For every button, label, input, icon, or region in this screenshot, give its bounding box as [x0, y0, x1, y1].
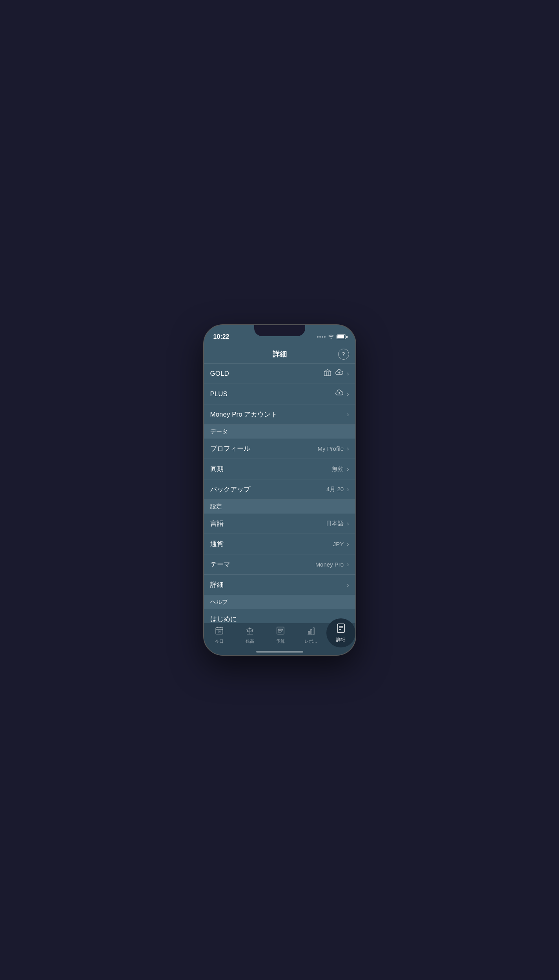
list-item-gold[interactable]: GOLD › — [204, 364, 355, 384]
wifi-icon — [328, 334, 334, 340]
balance-icon — [246, 626, 254, 637]
language-right: 日本語 › — [326, 520, 349, 527]
report-icon — [307, 626, 315, 637]
tab-budget-label: 予算 — [276, 638, 285, 644]
account-right: › — [347, 411, 349, 418]
svg-rect-13 — [308, 631, 310, 634]
status-icons — [317, 334, 346, 340]
budget-icon — [276, 626, 285, 637]
svg-rect-16 — [337, 624, 344, 633]
tab-report-label: レポ… — [304, 638, 317, 644]
theme-chevron: › — [347, 561, 349, 568]
language-chevron: › — [347, 520, 349, 527]
currency-label: 通貨 — [210, 539, 224, 549]
bank-icon — [323, 369, 332, 378]
tab-today-label: 今日 — [215, 638, 224, 644]
status-time: 10:22 — [213, 333, 229, 340]
tab-detail-active[interactable]: 詳細 — [326, 618, 355, 647]
backup-chevron: › — [347, 486, 349, 493]
list-item-backup[interactable]: バックアップ 4月 20 › — [204, 479, 355, 500]
list-item-currency[interactable]: 通貨 JPY › — [204, 534, 355, 554]
detail-settings-label: 詳細 — [210, 580, 224, 589]
home-indicator — [256, 651, 303, 653]
currency-right: JPY › — [333, 541, 349, 548]
detail-tab-icon — [336, 623, 346, 636]
theme-label: テーマ — [210, 560, 230, 569]
backup-right: 4月 20 › — [326, 486, 349, 493]
list-item-account[interactable]: Money Pro アカウント › — [204, 404, 355, 425]
language-label: 言語 — [210, 519, 224, 528]
list-item-profile[interactable]: プロフィール My Profile › — [204, 439, 355, 459]
notch — [254, 325, 305, 336]
phone-frame: 10:22 詳細 ? — [203, 324, 356, 656]
sync-chevron: › — [347, 466, 349, 473]
content-area: GOLD › PLUS — [204, 364, 355, 633]
list-item-theme[interactable]: テーマ Money Pro › — [204, 554, 355, 575]
sync-label: 同期 — [210, 464, 224, 474]
plus-label: PLUS — [210, 390, 228, 398]
theme-right: Money Pro › — [315, 561, 349, 568]
svg-line-6 — [247, 628, 250, 629]
svg-rect-11 — [278, 631, 281, 632]
section-header-help: ヘルプ — [204, 595, 355, 609]
battery-icon — [337, 335, 346, 339]
profile-label: プロフィール — [210, 444, 250, 453]
theme-value: Money Pro — [315, 561, 344, 568]
plus-right: › — [335, 389, 349, 399]
gold-label: GOLD — [210, 370, 229, 378]
list-item-language[interactable]: 言語 日本語 › — [204, 514, 355, 534]
nav-header: 詳細 ? — [204, 345, 355, 364]
currency-chevron: › — [347, 541, 349, 548]
gold-chevron: › — [347, 370, 349, 377]
sync-right: 無効 › — [332, 465, 349, 473]
svg-rect-15 — [313, 628, 314, 634]
tab-today[interactable]: 20 今日 — [204, 626, 235, 644]
svg-rect-9 — [277, 627, 284, 634]
detail-settings-chevron: › — [347, 581, 349, 589]
section-header-data: データ — [204, 425, 355, 439]
svg-rect-10 — [278, 629, 283, 630]
tab-bar: 20 今日 残高 — [204, 623, 355, 655]
svg-rect-14 — [311, 629, 312, 634]
page-title: 詳細 — [273, 349, 287, 359]
account-label: Money Pro アカウント — [210, 410, 278, 419]
today-icon: 20 — [215, 626, 224, 637]
gold-right: › — [323, 369, 349, 378]
sync-value: 無効 — [332, 465, 344, 473]
signal-icon — [317, 336, 326, 338]
profile-value: My Profile — [317, 445, 344, 452]
tab-report[interactable]: レポ… — [296, 626, 326, 644]
help-button[interactable]: ? — [338, 349, 349, 360]
svg-text:20: 20 — [218, 630, 221, 633]
profile-right: My Profile › — [317, 445, 349, 452]
cloud-upload-icon-gold — [335, 369, 344, 378]
language-value: 日本語 — [326, 520, 344, 527]
profile-chevron: › — [347, 445, 349, 452]
list-item-plus[interactable]: PLUS › — [204, 384, 355, 404]
cloud-upload-icon-plus — [335, 389, 344, 399]
tab-detail-label: 詳細 — [336, 636, 346, 643]
tab-balance[interactable]: 残高 — [235, 626, 265, 644]
tab-budget[interactable]: 予算 — [265, 626, 296, 644]
list-item-sync[interactable]: 同期 無効 › — [204, 459, 355, 479]
currency-value: JPY — [333, 541, 344, 547]
tab-balance-label: 残高 — [246, 638, 254, 644]
list-item-detail-settings[interactable]: 詳細 › — [204, 575, 355, 595]
backup-label: バックアップ — [210, 485, 250, 494]
svg-line-7 — [250, 628, 253, 629]
plus-chevron: › — [347, 391, 349, 398]
backup-value: 4月 20 — [326, 486, 344, 493]
section-header-settings: 設定 — [204, 500, 355, 514]
detail-settings-right: › — [347, 581, 349, 589]
intro-label: はじめに — [210, 614, 237, 623]
account-chevron: › — [347, 411, 349, 418]
